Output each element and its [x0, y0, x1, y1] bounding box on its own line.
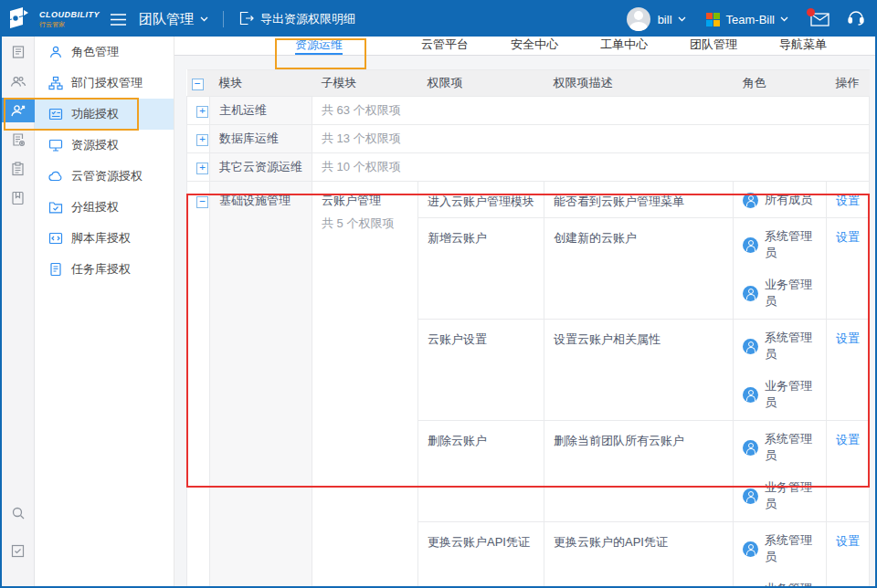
audit-doc-icon[interactable] — [2, 127, 35, 152]
tab-security-center[interactable]: 安全中心 — [511, 37, 558, 55]
table-row: + 主机运维 共 63 个权限项 — [187, 97, 870, 125]
settings-link[interactable]: 设置 — [836, 331, 860, 345]
clipboard-icon[interactable] — [2, 156, 35, 181]
settings-link[interactable]: 设置 — [836, 534, 860, 548]
tab-bar: 资源运维 云管平台 安全中心 工单中心 团队管理 导航菜单 — [174, 37, 875, 56]
sidebar-item-function-auth[interactable]: 功能授权 — [35, 99, 174, 130]
tab-cloud-platform[interactable]: 云管平台 — [421, 37, 469, 55]
sidebar-item-label: 部门授权管理 — [71, 75, 143, 91]
permissions-table-wrap: − 模块 子模块 权限项 权限项描述 角色 操作 + 主机运维 共 63 个权限… — [186, 69, 867, 588]
sidebar-item-cloud-resource-auth[interactable]: 云管资源授权 — [35, 161, 174, 192]
sidebar-item-label: 脚本库授权 — [71, 230, 131, 247]
col-header-roles: 角色 — [734, 70, 827, 97]
app-window: CLOUDBILITY 行云管家 团队管理 导出资源权限明细 bill — [0, 0, 877, 588]
sidebar-item-resource-auth[interactable]: 资源授权 — [35, 130, 174, 161]
team-name[interactable]: Team-Bill — [726, 13, 775, 26]
search-icon[interactable] — [2, 500, 35, 525]
role-label: 业务管理员 — [765, 378, 817, 411]
roles-cell: 系统管理员 业务管理员 — [734, 421, 827, 522]
expand-button[interactable]: + — [196, 134, 208, 146]
sidebar-item-role-management[interactable]: 角色管理 — [35, 37, 174, 68]
expand-button[interactable]: + — [196, 106, 208, 118]
checklist-icon — [48, 107, 63, 121]
rail-bottom — [2, 500, 35, 588]
collapse-all-button[interactable]: − — [192, 79, 204, 90]
brand-logo[interactable]: CLOUDBILITY 行云管家 — [9, 6, 100, 32]
news-icon[interactable] — [2, 39, 35, 64]
module-summary: 共 63 个权限项 — [312, 97, 870, 125]
sidebar-item-department-auth[interactable]: 部门授权管理 — [35, 68, 174, 99]
chevron-down-icon — [200, 16, 208, 22]
table-row: + 数据库运维 共 13 个权限项 — [187, 125, 870, 153]
settings-link[interactable]: 设置 — [836, 194, 860, 207]
table-row: − 基础设施管理 云账户管理 共 5 个权限项 进入云账户管理模块 能否看到云账… — [187, 182, 870, 218]
group-icon[interactable] — [2, 68, 35, 93]
user-auth-icon[interactable] — [2, 98, 35, 122]
col-header-module: 模块 — [210, 70, 312, 97]
perm-name: 更换云账户API凭证 — [418, 522, 544, 588]
role-icon — [743, 339, 758, 354]
user-chevron-down-icon[interactable] — [678, 16, 686, 22]
sidebar-item-group-auth[interactable]: 分组授权 — [35, 192, 174, 223]
messages-button[interactable] — [810, 13, 829, 26]
task-check-icon[interactable] — [2, 539, 35, 563]
topbar: CLOUDBILITY 行云管家 团队管理 导出资源权限明细 bill — [2, 2, 875, 37]
notification-badge — [807, 8, 815, 16]
app-title-label: 团队管理 — [139, 11, 194, 28]
perm-desc: 更换云账户的API凭证 — [544, 522, 734, 588]
col-header-action: 操作 — [827, 70, 870, 97]
sidebar-item-task-auth[interactable]: 任务库授权 — [35, 254, 174, 285]
table-row: + 其它云资源运维 共 10 个权限项 — [187, 153, 870, 182]
module-summary: 共 13 个权限项 — [312, 125, 870, 153]
role-label: 系统管理员 — [765, 431, 817, 464]
user-name[interactable]: bill — [658, 13, 672, 26]
role-icon — [743, 193, 758, 208]
col-header-perm: 权限项 — [418, 70, 544, 97]
support-headset-icon[interactable] — [848, 10, 864, 29]
avatar[interactable] — [627, 7, 650, 31]
role-label: 所有成员 — [765, 192, 812, 208]
perm-name: 新增云账户 — [418, 218, 544, 320]
settings-link[interactable]: 设置 — [836, 230, 860, 244]
sidebar-item-label: 资源授权 — [71, 137, 119, 153]
role-icon — [743, 440, 758, 456]
script-icon — [48, 231, 63, 246]
role-label: 系统管理员 — [765, 228, 817, 261]
roles-cell: 系统管理员 业务管理员 — [734, 522, 827, 588]
permissions-table: − 模块 子模块 权限项 权限项描述 角色 操作 + 主机运维 共 63 个权限… — [186, 69, 870, 588]
module-name: 其它云资源运维 — [210, 153, 312, 182]
export-icon — [238, 11, 254, 28]
sidebar-item-script-auth[interactable]: 脚本库授权 — [35, 223, 174, 254]
menu-icon[interactable] — [111, 14, 126, 26]
expand-button[interactable]: + — [196, 163, 208, 174]
role-icon — [743, 286, 758, 301]
export-permissions-button[interactable]: 导出资源权限明细 — [238, 11, 355, 28]
role-label: 业务管理员 — [765, 277, 817, 310]
settings-link[interactable]: 设置 — [836, 433, 860, 446]
content-area: 资源运维 云管平台 安全中心 工单中心 团队管理 导航菜单 − 模块 子模块 — [174, 37, 875, 588]
export-label: 导出资源权限明细 — [260, 11, 355, 27]
tab-resource-ops[interactable]: 资源运维 — [295, 37, 343, 55]
perm-name: 云账户设置 — [418, 320, 544, 421]
cloudbility-logo-icon — [9, 6, 35, 32]
tab-nav-menu[interactable]: 导航菜单 — [779, 37, 827, 55]
team-chevron-down-icon[interactable] — [780, 16, 788, 22]
col-header-submodule: 子模块 — [312, 70, 418, 97]
role-label: 业务管理员 — [765, 581, 817, 588]
module-summary: 共 10 个权限项 — [312, 153, 870, 182]
brand-name: CLOUDBILITY — [39, 11, 100, 19]
role-label: 系统管理员 — [765, 532, 817, 565]
col-header-desc: 权限项描述 — [544, 70, 734, 97]
app-title-dropdown[interactable]: 团队管理 — [139, 11, 208, 28]
monitor-icon — [48, 138, 63, 152]
role-icon — [743, 488, 758, 504]
sidebar-item-label: 分组授权 — [71, 199, 119, 215]
bookmark-icon[interactable] — [2, 185, 35, 210]
tab-ticket-center[interactable]: 工单中心 — [600, 37, 648, 55]
sidebar-menu: 角色管理 部门授权管理 功能授权 — [35, 37, 174, 588]
perm-name: 进入云账户管理模块 — [418, 182, 544, 218]
table-header-row: − 模块 子模块 权限项 权限项描述 角色 操作 — [187, 70, 870, 97]
team-grid-icon[interactable] — [706, 13, 720, 26]
tab-team-management[interactable]: 团队管理 — [690, 37, 737, 55]
collapse-button[interactable]: − — [196, 196, 208, 208]
